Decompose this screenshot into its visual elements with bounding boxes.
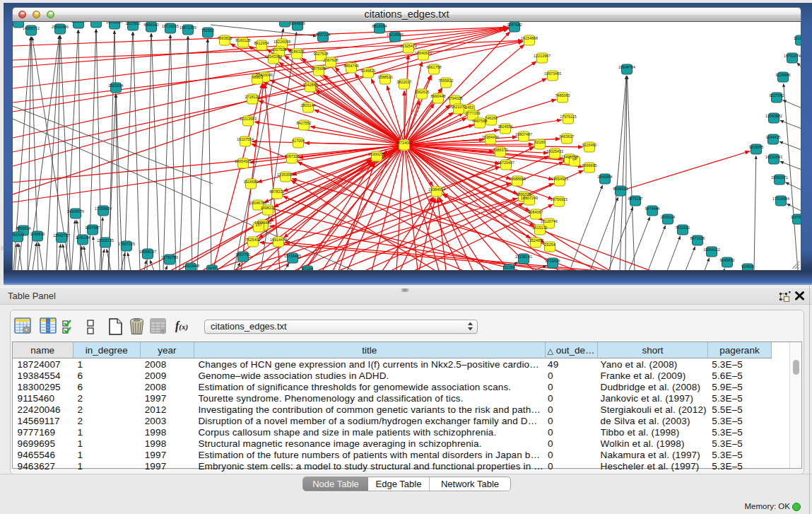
svg-text:19654925: 19654925 [235,159,252,163]
svg-text:8850614: 8850614 [16,226,31,230]
svg-text:1621072: 1621072 [452,105,466,109]
svg-text:16671355: 16671355 [180,25,196,30]
svg-text:12942757: 12942757 [53,233,70,238]
svg-text:6466160: 6466160 [144,23,159,27]
svg-text:9635994: 9635994 [71,22,86,23]
svg-text:2087682: 2087682 [507,23,522,27]
svg-text:04: 04 [572,157,577,161]
svg-text:19654923: 19654923 [551,177,568,181]
svg-text:9327505: 9327505 [272,47,287,52]
svg-text:1167533: 1167533 [791,215,801,219]
svg-text:10958107: 10958107 [139,250,156,254]
svg-text:1156829: 1156829 [30,232,45,236]
svg-text:9146821: 9146821 [361,69,376,73]
svg-text:1916682: 1916682 [244,180,259,184]
svg-text:7386372: 7386372 [493,148,508,152]
svg-text:1640954: 1640954 [598,175,613,179]
svg-text:1588520: 1588520 [378,75,393,79]
svg-text:18640910: 18640910 [415,51,432,55]
svg-text:7632621: 7632621 [676,226,690,230]
svg-text:751552: 751552 [201,28,214,33]
svg-text:12093882: 12093882 [765,114,782,118]
svg-text:7857224: 7857224 [316,33,331,37]
svg-text:9227342: 9227342 [770,93,784,98]
svg-text:2905334: 2905334 [109,83,124,88]
svg-text:10688609: 10688609 [509,177,526,181]
svg-text:8454749: 8454749 [344,64,359,68]
svg-text:10025433: 10025433 [546,149,563,153]
svg-text:10807487: 10807487 [515,132,532,136]
svg-text:19756923: 19756923 [551,197,567,201]
svg-text:9115460: 9115460 [582,143,597,147]
svg-text:12503135: 12503135 [97,238,114,243]
svg-text:2803144: 2803144 [301,103,316,107]
svg-text:10654112: 10654112 [703,247,720,252]
svg-text:391544: 391544 [13,233,24,237]
svg-text:16782759: 16782759 [161,255,178,259]
svg-text:7485063: 7485063 [555,93,570,98]
svg-text:15751074: 15751074 [784,54,801,58]
svg-text:8473341: 8473341 [13,22,26,23]
svg-text:2453: 2453 [465,105,473,110]
svg-text:16107554: 16107554 [237,137,254,141]
svg-text:157: 157 [256,223,262,227]
svg-text:7663822: 7663822 [218,36,233,40]
svg-text:2935114: 2935114 [661,215,676,219]
svg-text:9397587: 9397587 [86,226,100,230]
svg-text:6879197: 6879197 [628,197,643,201]
svg-text:1733426: 1733426 [546,259,560,263]
svg-text:6961758: 6961758 [427,65,442,69]
svg-text:17016504: 17016504 [772,197,789,201]
svg-text:8160128: 8160128 [236,38,251,42]
svg-text:12213583: 12213583 [240,117,257,121]
svg-text:3215955: 3215955 [749,145,764,149]
svg-text:8938923: 8938923 [613,187,628,191]
svg-text:13524851: 13524851 [527,238,544,243]
svg-text:12353594: 12353594 [277,173,294,177]
svg-text:10046788: 10046788 [249,201,266,205]
svg-text:8427552: 8427552 [297,121,312,125]
svg-text:15300275: 15300275 [368,152,385,156]
svg-text:1145194: 1145194 [76,235,90,240]
svg-text:1498222: 1498222 [261,206,276,210]
svg-text:1527602: 1527602 [126,22,141,25]
svg-text:7955812: 7955812 [439,78,454,83]
svg-text:19218506: 19218506 [387,33,404,37]
svg-text:10973493: 10973493 [544,71,561,76]
svg-text:7625402: 7625402 [246,238,261,242]
svg-text:10719155: 10719155 [162,24,179,28]
svg-text:8910733: 8910733 [89,22,104,23]
svg-text:17359924: 17359924 [95,206,112,211]
svg-text:98903: 98903 [252,75,263,79]
svg-text:97164: 97164 [302,267,313,271]
svg-text:9129966: 9129966 [776,73,791,77]
svg-text:417004: 417004 [292,139,305,143]
svg-text:15136141: 15136141 [515,255,532,259]
svg-text:2367608: 2367608 [324,58,339,62]
svg-text:8471626: 8471626 [690,236,705,240]
svg-text:9463627: 9463627 [560,134,575,139]
svg-text:6794028: 6794028 [448,96,463,100]
svg-text:17975115: 17975115 [560,115,577,119]
svg-text:14055712: 14055712 [23,26,40,30]
svg-text:15720407: 15720407 [498,160,514,165]
svg-text:16914479: 16914479 [270,238,287,242]
svg-text:1362615: 1362615 [415,90,430,94]
svg-text:15226058: 15226058 [273,40,290,44]
svg-text:6497568: 6497568 [473,119,488,123]
svg-text:9657791: 9657791 [236,252,251,257]
svg-text:9699695: 9699695 [582,163,597,168]
svg-text:8878332: 8878332 [270,189,285,194]
svg-text:20691406: 20691406 [52,25,69,29]
svg-text:18724007: 18724007 [396,141,413,145]
svg-text:9064929: 9064929 [290,22,305,25]
svg-text:10655287: 10655287 [106,22,123,24]
svg-text:8813054: 8813054 [372,24,387,28]
svg-text:25254: 25254 [545,243,555,247]
svg-text:16210643: 16210643 [765,155,782,159]
svg-text:10648784: 10648784 [618,65,635,69]
svg-text:151364: 151364 [502,265,515,269]
svg-text:9245: 9245 [208,266,216,270]
svg-text:9084067: 9084067 [529,210,543,214]
svg-text:924565: 924565 [741,264,754,269]
